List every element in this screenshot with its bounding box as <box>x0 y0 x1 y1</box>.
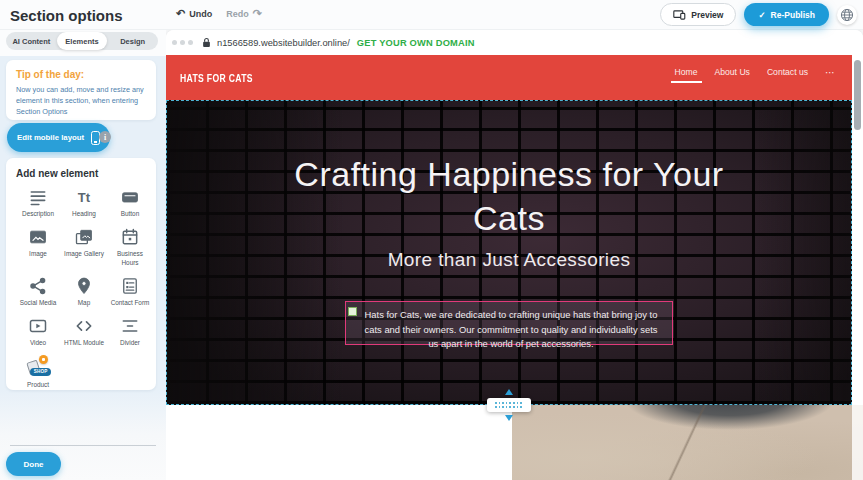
element-map[interactable]: Map <box>62 276 106 308</box>
site-viewport: HATS FOR CATS Home About Us Contact us ⋯… <box>166 55 863 480</box>
drag-dots-icon <box>495 402 523 408</box>
lock-icon <box>202 37 211 48</box>
redo-button[interactable]: Redo↷ <box>226 8 262 19</box>
tab-design[interactable]: Design <box>107 32 158 50</box>
resize-arrow-up-icon <box>505 389 513 395</box>
element-video[interactable]: Video <box>16 316 60 348</box>
divider-icon <box>120 316 140 336</box>
nav-contact-us[interactable]: Contact us <box>767 67 808 83</box>
browser-scrollbar[interactable] <box>852 55 863 480</box>
done-button[interactable]: Done <box>6 452 61 476</box>
heading-icon: Tt <box>78 187 90 207</box>
site-preview-browser: n1566589.websitebuilder.online/ GET YOUR… <box>166 30 863 480</box>
window-dot <box>188 40 193 45</box>
topbar-actions: Preview ✓ Re-Publish <box>660 3 857 26</box>
element-image[interactable]: Image <box>16 227 60 268</box>
redo-icon: ↷ <box>253 8 262 19</box>
tip-body: Now you can add, move and resize any ele… <box>16 85 146 118</box>
text-lines-icon <box>28 187 48 207</box>
site-page: HATS FOR CATS Home About Us Contact us ⋯… <box>166 55 852 480</box>
element-description[interactable]: Description <box>16 187 60 219</box>
page-title: Section options <box>10 7 123 24</box>
language-globe-button[interactable] <box>837 5 857 25</box>
undo-button[interactable]: ↶Undo <box>176 8 212 19</box>
element-social-media[interactable]: Social Media <box>16 276 60 308</box>
business-hours-icon <box>120 227 140 247</box>
tip-of-the-day-card: Tip of the day: Now you can add, move an… <box>6 60 156 120</box>
site-url[interactable]: n1566589.websitebuilder.online/ <box>217 38 350 48</box>
tab-ai-content[interactable]: AI Content <box>6 32 57 50</box>
panel-tabs-strip: AI Content Elements Design <box>0 30 166 56</box>
window-dot <box>180 40 185 45</box>
scrollbar-thumb[interactable] <box>854 60 861 130</box>
nav-about-us[interactable]: About Us <box>715 67 750 83</box>
map-pin-icon <box>74 276 94 296</box>
history-controls: ↶Undo Redo↷ <box>176 8 262 19</box>
image-icon <box>28 227 48 247</box>
section-options-panel: AI Content Elements Design Tip of the da… <box>0 30 166 480</box>
contact-form-icon <box>120 276 140 296</box>
element-business-hours[interactable]: Business Hours <box>108 227 152 268</box>
next-section-image <box>512 405 863 480</box>
share-icon <box>28 276 48 296</box>
preview-button[interactable]: Preview <box>660 3 736 26</box>
hero-subheading[interactable]: More than Just Accessories <box>294 249 724 271</box>
site-header: HATS FOR CATS Home About Us Contact us ⋯ <box>166 55 852 100</box>
nav-home[interactable]: Home <box>675 67 698 83</box>
devices-icon <box>673 10 686 20</box>
new-feature-badge <box>39 355 48 364</box>
republish-button[interactable]: ✓ Re-Publish <box>744 3 829 26</box>
hero-heading[interactable]: Crafting Happiness for Your Cats <box>294 153 724 240</box>
element-contact-form[interactable]: Contact Form <box>108 276 152 308</box>
edit-mobile-layout-button[interactable]: Edit mobile layout <box>7 123 110 152</box>
element-button[interactable]: Button <box>108 187 152 219</box>
shop-badge: SHOP <box>30 368 51 376</box>
hero-body-text: Hats for Cats, we are dedicated to craft… <box>365 309 658 349</box>
video-icon <box>28 316 48 336</box>
add-element-title: Add new element <box>16 168 152 179</box>
button-icon <box>120 187 140 207</box>
element-image-gallery[interactable]: Image Gallery <box>62 227 106 268</box>
undo-icon: ↶ <box>176 8 185 19</box>
check-icon: ✓ <box>758 10 765 20</box>
window-dot <box>172 40 177 45</box>
element-heading[interactable]: Tt Heading <box>62 187 106 219</box>
hero-text-box-selected[interactable]: Hats for Cats, we are dedicated to craft… <box>345 301 673 345</box>
resize-arrow-down-icon <box>505 415 513 421</box>
element-grid: Description Tt Heading Button Image Imag <box>16 187 152 390</box>
resize-handle[interactable] <box>348 307 357 316</box>
panel-divider <box>10 445 156 446</box>
info-icon[interactable]: i <box>99 131 111 143</box>
element-html-module[interactable]: HTML Module <box>62 316 106 348</box>
app-topbar: Section options ↶Undo Redo↷ Preview ✓ Re… <box>0 0 863 30</box>
browser-url-bar: n1566589.websitebuilder.online/ GET YOUR… <box>166 30 863 55</box>
nav-more-icon[interactable]: ⋯ <box>825 67 836 83</box>
code-icon <box>74 316 94 336</box>
globe-icon <box>840 8 854 22</box>
product-gallery-icon: SHOP <box>25 356 51 378</box>
window-control-dots <box>172 40 193 45</box>
site-logo[interactable]: HATS FOR CATS <box>180 72 253 84</box>
add-element-card: Add new element Description Tt Heading B… <box>6 158 156 390</box>
tip-title: Tip of the day: <box>16 69 146 80</box>
image-gallery-icon <box>74 227 94 247</box>
hero-section-selected[interactable]: Crafting Happiness for Your Cats More th… <box>166 100 852 405</box>
element-product-gallery[interactable]: SHOP Product Gallery <box>16 356 60 390</box>
panel-tabs: AI Content Elements Design <box>6 32 158 50</box>
tab-elements[interactable]: Elements <box>57 32 108 50</box>
site-nav: Home About Us Contact us ⋯ <box>675 67 836 83</box>
section-resize-handle[interactable] <box>487 398 531 412</box>
element-divider[interactable]: Divider <box>108 316 152 348</box>
get-own-domain-link[interactable]: GET YOUR OWN DOMAIN <box>357 38 475 48</box>
